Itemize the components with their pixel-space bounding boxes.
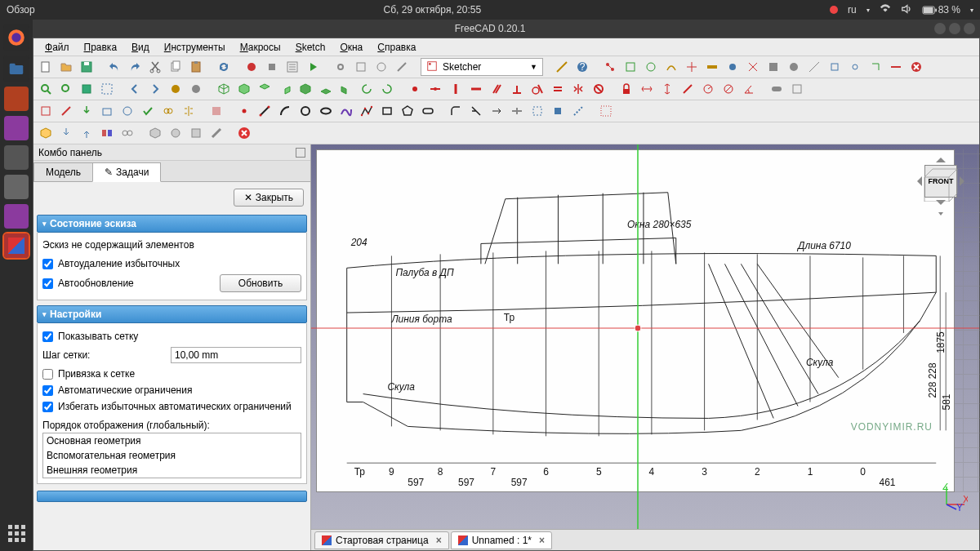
menu-view[interactable]: Вид (125, 40, 156, 55)
navigation-cube[interactable]: FRONT (912, 153, 969, 210)
system-menu-icon[interactable]: ▾ (970, 7, 973, 14)
cns-toggle-icon[interactable] (768, 80, 786, 98)
doc-tab-start[interactable]: Стартовая страница × (314, 531, 449, 549)
undo-icon[interactable] (105, 58, 123, 76)
tb-g10[interactable] (785, 58, 803, 76)
top-icon[interactable] (256, 80, 274, 98)
wifi-icon[interactable] (880, 3, 891, 17)
dock-app-3[interactable] (4, 87, 29, 111)
macro-stop-icon[interactable] (263, 58, 281, 76)
menu-tools[interactable]: Инструменты (158, 40, 232, 55)
cns-distx-icon[interactable] (638, 80, 656, 98)
macro-rec-icon[interactable] (243, 58, 261, 76)
cns-coincident-icon[interactable] (406, 80, 424, 98)
list-item[interactable]: Внешняя геометрия (43, 463, 301, 478)
part-export-icon[interactable] (78, 124, 96, 142)
front-icon[interactable] (235, 80, 253, 98)
chk-avoid-redundant[interactable]: Избегать избыточных автоматических огран… (42, 398, 301, 415)
tool-3[interactable] (372, 58, 390, 76)
cns-equal-icon[interactable] (549, 80, 567, 98)
geo-fillet-icon[interactable] (447, 102, 465, 120)
group-icon[interactable] (98, 124, 116, 142)
left-icon[interactable] (337, 80, 355, 98)
dock-files[interactable] (3, 56, 29, 82)
nav-fwd-icon[interactable] (146, 80, 164, 98)
activities[interactable]: Обзор (7, 4, 35, 16)
sk-validate-icon[interactable] (139, 102, 157, 120)
sk-reorient-icon[interactable] (118, 102, 136, 120)
keyboard-layout[interactable]: ru (848, 4, 857, 16)
tab-tasks[interactable]: ✎ Задачи (92, 162, 161, 182)
link-icon[interactable] (332, 58, 350, 76)
tool-4[interactable] (393, 58, 411, 76)
macro-play-icon[interactable] (304, 58, 322, 76)
doc-tab-unnamed[interactable]: Unnamed : 1* × (451, 531, 552, 549)
section-settings[interactable]: ▾ Настройки (37, 305, 307, 323)
dock-freecad[interactable] (4, 233, 29, 258)
window-minimize[interactable] (934, 23, 946, 34)
detach-icon[interactable] (296, 148, 305, 158)
close-button[interactable]: ✕ Закрыть (234, 189, 304, 207)
menu-windows[interactable]: Окна (333, 40, 369, 55)
link-make-icon[interactable] (118, 124, 136, 142)
tb-g7[interactable] (724, 58, 742, 76)
draw-style-icon[interactable] (78, 80, 96, 98)
tb-g3[interactable] (642, 58, 660, 76)
geo-split-icon[interactable] (508, 102, 526, 120)
close-tab-icon[interactable]: × (539, 535, 545, 546)
tb-g5[interactable] (683, 58, 701, 76)
close-toolbar-icon[interactable] (235, 124, 253, 142)
menu-file[interactable]: Файл (38, 40, 76, 55)
tb-g12[interactable] (826, 58, 844, 76)
dock-app-6[interactable] (4, 175, 29, 199)
chk-snap[interactable]: Привязка к сетке (42, 366, 301, 382)
rear-icon[interactable] (296, 80, 314, 98)
tb-g4[interactable] (662, 58, 680, 76)
link-back-icon[interactable] (187, 80, 205, 98)
cns-diameter-icon[interactable] (719, 80, 737, 98)
bbox-icon[interactable] (98, 80, 116, 98)
cns-angle-icon[interactable] (740, 80, 758, 98)
tb-g2[interactable] (621, 58, 639, 76)
cns-block-icon[interactable] (590, 80, 608, 98)
geo-arc-icon[interactable] (276, 102, 294, 120)
window-maximize[interactable] (949, 23, 960, 34)
redo-icon[interactable] (126, 58, 144, 76)
menu-sketch[interactable]: Sketch (289, 40, 332, 55)
chk-auto-remove[interactable]: Автоудаление избыточных (42, 256, 301, 272)
close-tab-icon[interactable]: × (436, 535, 442, 546)
geo-poly-icon[interactable] (399, 102, 416, 120)
workbench-selector[interactable]: Sketcher ▼ (421, 58, 543, 76)
menu-help[interactable]: Справка (371, 40, 422, 55)
cns-tangent-icon[interactable] (528, 80, 546, 98)
paste-icon[interactable] (187, 58, 205, 76)
geo-ellipse-icon[interactable] (317, 102, 335, 120)
virtual-space-icon[interactable] (597, 102, 615, 120)
section-sketch-status[interactable]: ▾ Состояние эскиза (37, 215, 307, 233)
dock-app-4[interactable] (4, 116, 29, 140)
tb-g14[interactable] (866, 58, 884, 76)
tb-g11[interactable] (805, 58, 823, 76)
nav-back-icon[interactable] (126, 80, 144, 98)
cns-radius-icon[interactable] (699, 80, 717, 98)
bsp-2-icon[interactable] (167, 124, 185, 142)
cns-horizontal-icon[interactable] (467, 80, 485, 98)
bsp-1-icon[interactable] (146, 124, 164, 142)
update-button[interactable]: Обновить (220, 274, 301, 292)
tab-model[interactable]: Модель (33, 162, 93, 181)
rot-right-icon[interactable] (378, 80, 396, 98)
whatsthis-icon[interactable]: ? (573, 58, 591, 76)
measure-icon[interactable] (553, 58, 571, 76)
chk-show-grid[interactable]: Показывать сетку (42, 328, 301, 344)
geo-circle-icon[interactable] (296, 102, 314, 120)
geo-extend-icon[interactable] (488, 102, 506, 120)
copy-icon[interactable] (167, 58, 185, 76)
sk-mirror-icon[interactable] (180, 102, 198, 120)
macro-list-icon[interactable] (283, 58, 301, 76)
tb-g8[interactable] (744, 58, 762, 76)
tb-g15[interactable] (887, 58, 905, 76)
dock-app-7[interactable] (4, 204, 29, 229)
cns-activate-icon[interactable] (788, 80, 806, 98)
refresh-icon[interactable] (215, 58, 233, 76)
bsp-4-icon[interactable] (207, 124, 225, 142)
